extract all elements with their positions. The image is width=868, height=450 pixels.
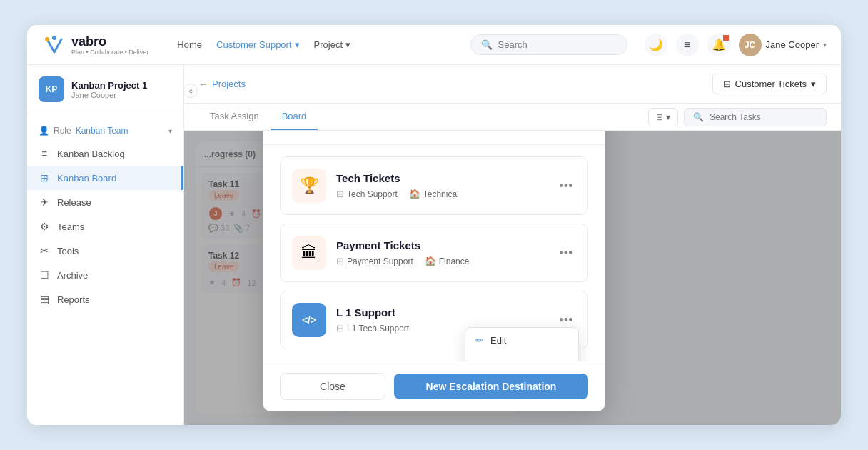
dest-support-l1: ⊞ L1 Tech Support: [336, 323, 409, 334]
dest-category-payment: 🏠 Finance: [425, 256, 470, 266]
destination-card-l1-support: </> L 1 Support ⊞ L1 Tech Support: [280, 291, 588, 349]
search-icon: 🔍: [481, 39, 493, 50]
table-icon: ⊞: [336, 256, 344, 266]
tools-icon: ✂: [39, 245, 50, 256]
category-icon: 🏠: [425, 256, 436, 266]
sidebar-item-kanban-backlog[interactable]: ≡ Kanban Backlog: [27, 141, 183, 166]
notifications-button[interactable]: 🔔: [707, 34, 730, 56]
context-menu-edit[interactable]: ✏ Edit: [465, 328, 578, 353]
modal-footer: Close New Escalation Destination: [263, 361, 605, 411]
content-area: ← Projects ⊞ Customer Tickets ▾ Tas: [184, 65, 841, 425]
table-icon: ⊞: [723, 79, 731, 89]
category-icon: 🏠: [409, 189, 420, 199]
dest-meta-payment: ⊞ Payment Support 🏠 Finance: [336, 256, 546, 266]
sidebar-item-teams[interactable]: ⚙ Teams: [27, 214, 183, 239]
teams-icon: ⚙: [39, 221, 50, 232]
svg-point-1: [52, 36, 56, 40]
role-icon: 👤: [39, 126, 49, 136]
back-projects-link[interactable]: Projects: [212, 79, 246, 89]
sidebar-project: KP Kanban Project 1 Jane Cooper: [27, 76, 183, 114]
view-label: Customer Tickets: [735, 79, 807, 89]
project-icon: KP: [39, 76, 64, 102]
global-search[interactable]: 🔍: [470, 34, 627, 55]
dest-support-tech: ⊞ Tech Support: [336, 189, 398, 199]
dest-category-tech: 🏠 Technical: [409, 189, 459, 199]
notes-button[interactable]: ≡: [676, 34, 699, 56]
top-navigation: vabro Plan • Collaborate • Deliver Home …: [27, 25, 841, 65]
sidebar: « KP Kanban Project 1 Jane Cooper 👤 Role…: [27, 65, 184, 425]
release-icon: ✈: [39, 196, 50, 208]
destination-card-tech-tickets: 🏆 Tech Tickets ⊞ Tech Support: [280, 156, 588, 215]
dest-name-payment: Payment Tickets: [336, 239, 546, 251]
modal-close-footer-button[interactable]: Close: [280, 373, 385, 400]
modal-close-button[interactable]: ×: [568, 131, 588, 133]
svg-point-0: [45, 37, 49, 41]
archive-icon: ☐: [39, 269, 50, 281]
content-header: ← Projects ⊞ Customer Tickets ▾: [184, 65, 841, 104]
project-name: Kanban Project 1: [71, 80, 147, 91]
view-selector-button[interactable]: ⊞ Customer Tickets ▾: [712, 74, 827, 94]
kanban-board-area: ...rogress (0) < ••• Task 11 ⠿ Leave: [184, 131, 841, 425]
sidebar-item-archive[interactable]: ☐ Archive: [27, 263, 183, 287]
payment-tickets-menu-button[interactable]: •••: [556, 243, 576, 263]
sidebar-role: 👤 Role Kanban Team ▾: [27, 120, 183, 141]
filter-button[interactable]: ⊟ ▾: [648, 108, 678, 126]
search-tasks-bar[interactable]: 🔍: [684, 108, 827, 126]
modal-overlay[interactable]: Escalation Destinations × 🏆 Tech Tickets: [184, 131, 841, 425]
new-escalation-destination-button[interactable]: New Escalation Destination: [394, 374, 588, 399]
role-label: Role: [54, 126, 71, 136]
context-menu-delete[interactable]: 🗑 Delete: [465, 353, 578, 361]
dest-info-payment: Payment Tickets ⊞ Payment Support 🏠: [336, 239, 546, 266]
edit-icon: ✏: [475, 335, 483, 346]
user-menu[interactable]: JC Jane Cooper ▾: [739, 34, 827, 56]
sidebar-item-label: Kanban Backlog: [57, 149, 125, 159]
sidebar-item-release[interactable]: ✈ Release: [27, 190, 183, 214]
modal-body: 🏆 Tech Tickets ⊞ Tech Support: [263, 145, 605, 361]
nav-customer-support[interactable]: Customer Support ▾: [216, 39, 300, 50]
dest-name-tech: Tech Tickets: [336, 172, 546, 184]
tech-tickets-menu-button[interactable]: •••: [556, 176, 576, 196]
filter-icon: ⊟: [656, 112, 663, 122]
sidebar-item-reports[interactable]: ▤ Reports: [27, 287, 183, 311]
dest-name-l1: L 1 Support: [336, 306, 546, 319]
delete-icon: 🗑: [475, 360, 485, 361]
sidebar-item-label: Teams: [57, 221, 84, 232]
chevron-down-icon: ▾: [811, 79, 816, 89]
dest-meta-tech: ⊞ Tech Support 🏠 Technical: [336, 189, 546, 199]
destination-card-payment-tickets: 🏛 Payment Tickets ⊞ Payment Support: [280, 224, 588, 282]
nav-links: Home Customer Support ▾ Project ▾: [177, 39, 350, 50]
tech-tickets-icon: 🏆: [292, 169, 326, 203]
tab-board[interactable]: Board: [271, 104, 318, 130]
sidebar-item-label: Kanban Board: [57, 173, 116, 184]
theme-toggle-button[interactable]: 🌙: [645, 34, 667, 56]
nav-project[interactable]: Project ▾: [314, 39, 350, 50]
dest-info-tech: Tech Tickets ⊞ Tech Support 🏠: [336, 172, 546, 199]
tabs-row: Task Assign Board ⊟ ▾ 🔍: [184, 104, 841, 131]
list-icon: ≡: [39, 148, 50, 159]
logo-icon: [41, 32, 67, 58]
header-right-controls: ⊞ Customer Tickets ▾: [712, 74, 827, 94]
tab-task-assign[interactable]: Task Assign: [198, 104, 271, 130]
dest-support-payment: ⊞ Payment Support: [336, 256, 413, 266]
sidebar-item-label: Tools: [57, 246, 79, 256]
context-menu: ✏ Edit 🗑 Delete: [465, 327, 579, 361]
sidebar-item-label: Archive: [57, 270, 88, 281]
sidebar-item-kanban-board[interactable]: ⊞ Kanban Board: [27, 166, 183, 190]
chevron-down-icon: ▾: [295, 39, 300, 50]
sidebar-collapse-button[interactable]: «: [183, 84, 198, 98]
back-arrow-icon[interactable]: ←: [198, 79, 208, 89]
chevron-down-icon[interactable]: ▾: [168, 127, 172, 135]
sidebar-item-tools[interactable]: ✂ Tools: [27, 239, 183, 263]
global-search-input[interactable]: [498, 39, 617, 50]
modal-header: Escalation Destinations ×: [263, 131, 605, 145]
l1-support-icon: </>: [292, 303, 326, 337]
chevron-down-icon: ▾: [345, 39, 350, 50]
nav-home[interactable]: Home: [177, 39, 202, 50]
avatar: JC: [739, 34, 762, 56]
role-value: Kanban Team: [76, 126, 128, 136]
board-icon: ⊞: [39, 172, 50, 184]
search-tasks-input[interactable]: [710, 112, 795, 122]
app-logo: vabro Plan • Collaborate • Deliver: [41, 32, 148, 58]
reports-icon: ▤: [39, 294, 50, 305]
breadcrumb: ← Projects: [198, 79, 246, 89]
